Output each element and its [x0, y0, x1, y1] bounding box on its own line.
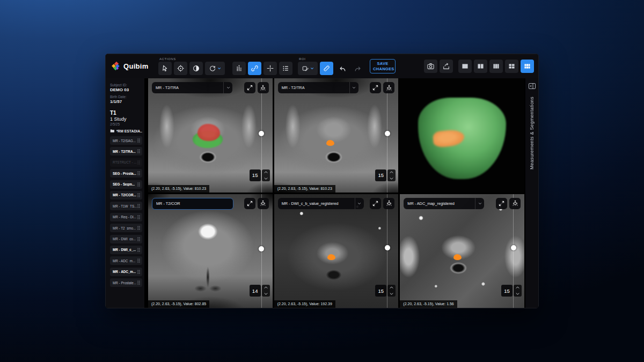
fullscreen-button[interactable]	[370, 198, 381, 209]
orientation-button[interactable]	[509, 198, 521, 209]
fullscreen-button[interactable]	[370, 82, 381, 93]
slice-slider-handle[interactable]	[511, 245, 516, 250]
series-select-label: MR - DWI_c_b_value_registered	[278, 201, 355, 206]
layout-3col-button[interactable]	[489, 60, 503, 73]
sidebar: Subject ID: DEMO 03 Birth Date: 1/1/57 T…	[106, 78, 144, 308]
crosshair-tool-button[interactable]	[264, 62, 277, 75]
draw-roi-tool-button[interactable]	[298, 62, 318, 75]
histogram-tool-button[interactable]	[232, 62, 246, 75]
expand-panel-button[interactable]	[528, 82, 536, 90]
pointer-tool-button[interactable]	[158, 62, 172, 75]
drag-handle-icon[interactable]	[137, 171, 141, 176]
drag-handle-icon[interactable]	[137, 193, 141, 198]
slice-up-button[interactable]	[264, 171, 268, 174]
3d-orientation-icon	[511, 200, 519, 207]
3d-orientation-icon	[385, 200, 393, 207]
slice-slider-handle[interactable]	[385, 245, 390, 250]
slice-up-button[interactable]	[264, 286, 268, 289]
slice-down-button[interactable]	[389, 292, 394, 295]
chevron-down-icon	[264, 292, 268, 295]
series-item[interactable]: MR - Reg - DI...	[110, 213, 142, 221]
layout-3x2-button[interactable]	[521, 60, 534, 73]
chevron-down-icon	[310, 66, 314, 71]
series-item[interactable]: MR - T1W_TS...	[110, 202, 142, 210]
drag-handle-icon[interactable]	[137, 149, 141, 154]
series-select[interactable]: MR - ADC_map_registered	[404, 198, 484, 209]
orientation-button[interactable]	[383, 198, 394, 209]
slice-down-button[interactable]	[389, 177, 394, 180]
undo-button[interactable]	[335, 62, 349, 75]
series-item[interactable]: SEG - Prosta...	[110, 169, 142, 178]
series-item[interactable]: MR - Prostate...	[110, 278, 142, 287]
orientation-button[interactable]	[258, 198, 269, 209]
slice-slider-handle[interactable]	[385, 131, 390, 136]
rotate-tool-button[interactable]	[205, 62, 225, 75]
series-item[interactable]: SEG - Segm...	[110, 180, 142, 189]
series-item[interactable]: MR - T2/SAG...	[110, 136, 142, 145]
drag-handle-icon[interactable]	[137, 237, 141, 242]
link-viewports-icon	[251, 64, 259, 72]
list-tool-button[interactable]	[279, 62, 292, 75]
camera-icon	[427, 62, 435, 70]
drag-handle-icon[interactable]	[137, 203, 141, 209]
slice-down-button[interactable]	[515, 292, 520, 295]
camera-button[interactable]	[424, 60, 437, 73]
series-item[interactable]: RTSTRUCT - ...	[110, 158, 142, 167]
measurements-panel-title: Measurements & Segmentations	[529, 97, 535, 169]
series-select-label: MR - T2/TRA	[278, 85, 349, 90]
brand-name: Quibim	[123, 62, 149, 70]
target-probe-tool-button[interactable]	[174, 62, 187, 75]
layout-2col-button[interactable]	[474, 60, 487, 73]
fullscreen-button[interactable]	[244, 82, 255, 93]
series-select-label: MR - T2/TRA	[152, 85, 223, 90]
drag-handle-icon[interactable]	[137, 215, 141, 220]
slice-down-button[interactable]	[264, 177, 268, 180]
series-item[interactable]: MR - DWI_c_...	[110, 246, 142, 254]
drag-handle-icon[interactable]	[137, 182, 141, 187]
slice-down-button[interactable]	[264, 292, 268, 295]
layout-single-button[interactable]	[458, 60, 472, 73]
orientation-button[interactable]	[383, 82, 394, 93]
subject-id-label: Subject ID:	[110, 83, 142, 87]
drag-handle-icon[interactable]	[137, 138, 141, 143]
orientation-button[interactable]	[258, 82, 269, 93]
drag-handle-icon[interactable]	[137, 258, 141, 263]
layout-2x2-button[interactable]	[505, 60, 518, 73]
series-item[interactable]: MR - ADC_m...	[110, 268, 142, 276]
study-name-row[interactable]: *RM ESTADIA...	[110, 129, 142, 133]
slice-up-button[interactable]	[389, 171, 394, 174]
drag-handle-icon[interactable]	[137, 269, 141, 275]
3d-orientation-icon	[259, 84, 267, 92]
measurements-panel-collapsed: Measurements & Segmentations	[525, 78, 538, 308]
lesion-3d-mesh	[433, 129, 465, 148]
series-item[interactable]: MR - T2_smo...	[110, 224, 142, 232]
series-item[interactable]: MR - T2/COR...	[110, 191, 142, 200]
series-item[interactable]: MR - T2/TRA...	[110, 147, 142, 156]
fullscreen-button[interactable]	[244, 198, 255, 209]
series-select[interactable]: MR - T2/TRA	[278, 82, 358, 93]
slice-up-button[interactable]	[515, 286, 520, 289]
series-item[interactable]: MR - ADC_m...	[110, 256, 142, 265]
3d-render-canvas[interactable]	[400, 78, 524, 193]
series-select[interactable]: MR - T2/TRA	[152, 82, 232, 93]
slice-up-button[interactable]	[389, 286, 394, 289]
export-button[interactable]	[440, 60, 453, 73]
drag-handle-icon[interactable]	[137, 160, 141, 165]
series-select[interactable]: MR - DWI_c_b_value_registered	[278, 198, 364, 209]
target-probe-icon	[177, 64, 185, 72]
save-changes-button[interactable]: SAVE CHANGES	[370, 59, 396, 73]
series-item[interactable]: MR - DWI_co...	[110, 235, 142, 243]
fullscreen-button[interactable]	[496, 198, 507, 209]
ruler-tool-button[interactable]	[320, 62, 333, 75]
actions-label: ACTIONS	[158, 57, 292, 62]
drag-handle-icon[interactable]	[137, 247, 141, 253]
redo-button[interactable]	[351, 62, 364, 75]
slice-slider-handle[interactable]	[259, 131, 264, 136]
contrast-tool-button[interactable]	[189, 62, 203, 75]
drag-handle-icon[interactable]	[137, 225, 141, 231]
draw-roi-icon	[302, 65, 309, 72]
actions-section: ACTIONS	[158, 57, 292, 75]
drag-handle-icon[interactable]	[137, 280, 141, 285]
link-viewports-tool-button[interactable]	[248, 62, 261, 75]
viewport-title-input[interactable]	[152, 198, 233, 210]
